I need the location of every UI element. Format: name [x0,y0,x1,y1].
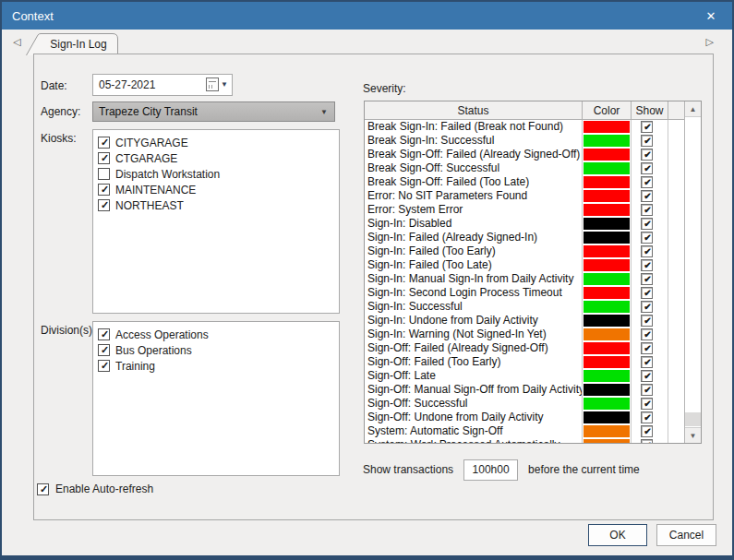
color-cell[interactable] [582,120,632,134]
color-cell[interactable] [582,328,632,341]
color-cell[interactable] [582,258,632,272]
kiosks-listbox[interactable]: ✓CITYGARAGE✓CTGARAGEDispatch Workstation… [92,129,340,314]
checkbox[interactable]: ✔ [641,218,653,230]
list-item[interactable]: ✓CITYGARAGE [93,135,339,150]
color-cell[interactable] [582,383,632,397]
checkbox[interactable]: ✔ [641,162,653,174]
checkbox[interactable]: ✓ [98,344,110,356]
scrollbar-thumb[interactable] [685,412,701,426]
table-row[interactable]: Sign-Off: Manual Sign-Off from Daily Act… [365,383,684,397]
checkbox[interactable]: ✔ [641,121,653,133]
scroll-down-icon[interactable]: ▼ [685,427,701,443]
checkbox[interactable]: ✔ [641,342,653,354]
color-cell[interactable] [582,244,632,258]
checkbox[interactable]: ✔ [641,287,653,299]
checkbox[interactable]: ✔ [641,232,653,244]
color-cell[interactable] [582,438,632,443]
table-row[interactable]: Break Sign-Off: Successful✔ [365,161,684,175]
table-row[interactable]: Sign-In: Warning (Not Signed-In Yet)✔ [365,328,684,341]
checkbox[interactable]: ✔ [641,149,653,161]
color-cell[interactable] [582,341,632,355]
severity-scrollbar[interactable]: ▲ ▼ [684,101,701,443]
list-item[interactable]: ✓NORTHEAST [93,197,339,213]
color-cell[interactable] [582,161,632,175]
checkbox[interactable] [98,168,110,180]
list-item[interactable]: Dispatch Workstation [93,166,339,182]
color-cell[interactable] [582,217,632,231]
list-item[interactable]: ✓MAINTENANCE [93,182,339,197]
color-cell[interactable] [582,411,632,424]
checkbox[interactable]: ✔ [641,245,653,257]
table-row[interactable]: Error: System Error✔ [365,203,684,217]
tab-scroll-right-icon[interactable]: ▷ [706,37,714,47]
date-input[interactable]: 05-27-2021 ▼ [92,74,233,96]
table-row[interactable]: Sign-Off: Successful✔ [365,397,684,411]
checkbox[interactable]: ✔ [641,301,653,313]
color-cell[interactable] [582,286,632,300]
color-cell[interactable] [582,148,632,161]
color-cell[interactable] [582,175,632,189]
scrollbar-track[interactable] [685,117,701,427]
table-row[interactable]: Sign-In: Successful✔ [365,300,684,314]
checkbox[interactable]: ✓ [98,184,110,196]
checkbox[interactable]: ✔ [641,176,653,188]
cancel-button[interactable]: Cancel [656,524,716,546]
table-row[interactable]: Break Sign-In: Successful✔ [365,134,684,148]
list-item[interactable]: ✓CTGARAGE [93,150,339,166]
color-cell[interactable] [582,134,632,148]
color-cell[interactable] [582,369,632,383]
checkbox[interactable]: ✔ [641,370,653,382]
checkbox[interactable]: ✔ [641,411,653,423]
transactions-duration-input[interactable] [463,459,518,481]
color-cell[interactable] [582,272,632,286]
color-cell[interactable] [582,314,632,328]
table-row[interactable]: Break Sign-Off: Failed (Already Signed-O… [365,148,684,161]
table-row[interactable]: System: Work Processed Automatically✔ [365,438,684,443]
table-row[interactable]: Sign-Off: Failed (Too Early)✔ [365,355,684,369]
checkbox[interactable]: ✔ [641,384,653,396]
auto-refresh-checkbox[interactable]: ✓ [37,483,49,495]
checkbox[interactable]: ✔ [641,204,653,216]
table-row[interactable]: Sign-Off: Undone from Daily Activity✔ [365,411,684,424]
checkbox[interactable]: ✔ [641,135,653,147]
checkbox[interactable]: ✓ [98,152,110,164]
close-icon[interactable]: ✕ [699,2,723,30]
table-row[interactable]: Sign-Off: Late✔ [365,369,684,383]
color-cell[interactable] [582,424,632,438]
checkbox[interactable]: ✔ [641,439,653,443]
color-cell[interactable] [582,355,632,369]
table-row[interactable]: Sign-In: Failed (Too Early)✔ [365,244,684,258]
agency-select[interactable]: Trapeze City Transit ▼ [92,101,335,122]
table-row[interactable]: System: Automatic Sign-Off✔ [365,424,684,438]
checkbox[interactable]: ✓ [98,137,110,149]
list-item[interactable]: ✓Training [93,358,339,374]
checkbox[interactable]: ✔ [641,398,653,410]
checkbox[interactable]: ✔ [641,190,653,202]
checkbox[interactable]: ✓ [98,328,110,340]
color-cell[interactable] [582,300,632,314]
checkbox[interactable]: ✔ [641,328,653,340]
table-row[interactable]: Break Sign-In: Failed (Break not Found)✔ [365,120,684,134]
checkbox[interactable]: ✔ [641,315,653,327]
table-row[interactable]: Sign-In: Failed (Too Late)✔ [365,258,684,272]
table-row[interactable]: Break Sign-Off: Failed (Too Late)✔ [365,175,684,189]
table-row[interactable]: Sign-In: Disabled✔ [365,217,684,231]
list-item[interactable]: ✓Bus Operations [93,342,339,358]
table-row[interactable]: Sign-In: Second Login Process Timeout✔ [365,286,684,300]
divisions-listbox[interactable]: ✓Access Operations✓Bus Operations✓Traini… [92,321,340,476]
table-row[interactable]: Sign-In: Undone from Daily Activity✔ [365,314,684,328]
color-cell[interactable] [582,203,632,217]
table-row[interactable]: Sign-In: Failed (Already Signed-In)✔ [365,231,684,244]
ok-button[interactable]: OK [588,524,647,546]
checkbox[interactable]: ✔ [641,273,653,285]
checkbox[interactable]: ✓ [98,360,110,372]
checkbox[interactable]: ✓ [98,199,110,211]
checkbox[interactable]: ✔ [641,259,653,271]
color-cell[interactable] [582,397,632,411]
table-row[interactable]: Sign-In: Manual Sign-In from Daily Activ… [365,272,684,286]
tab-scroll-left-icon[interactable]: ◁ [13,37,20,47]
tab-sign-in-log[interactable]: Sign-In Log [26,33,119,55]
date-picker-button[interactable]: ▼ [206,77,228,91]
table-row[interactable]: Sign-Off: Failed (Already Signed-Off)✔ [365,341,684,355]
color-cell[interactable] [582,189,632,203]
